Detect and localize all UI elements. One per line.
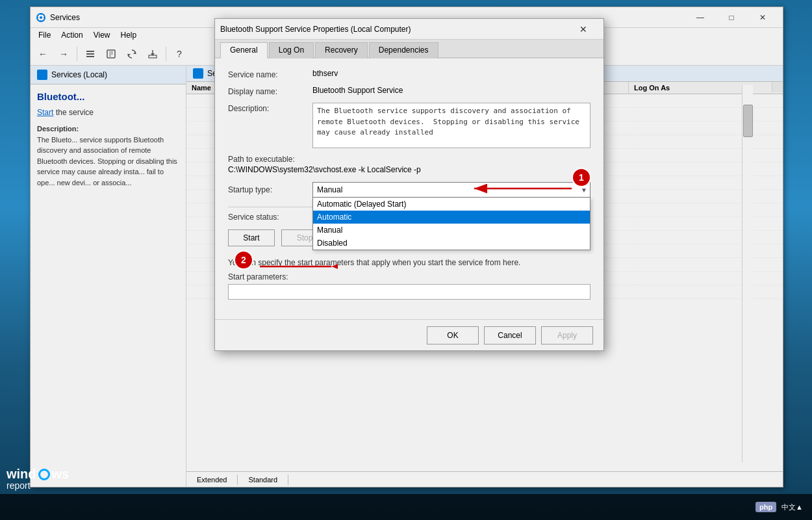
windows-report-subtitle: report [6,480,31,491]
left-panel: Services (Local) Bluetoot... Start the s… [31,66,186,487]
display-name-row: Display name: Bluetooth Support Service [228,86,590,96]
svg-point-1 [40,16,42,19]
start-service-link[interactable]: Start [37,108,53,117]
dialog-close-button[interactable]: ✕ [568,20,598,38]
option-automatic-delayed[interactable]: Automatic (Delayed Start) [313,198,590,211]
left-panel-header: Services (Local) [31,66,186,84]
windows-report-top: windws [6,467,69,482]
tab-recovery[interactable]: Recovery [315,42,368,58]
service-heading: Bluetoot... [37,91,179,102]
toolbar-help[interactable]: ? [170,45,189,63]
scrollbar-thumb[interactable] [743,105,753,137]
description-label: Description: [228,103,312,113]
ok-button[interactable]: OK [427,326,479,344]
toolbar-show-hide[interactable] [81,45,100,63]
startup-type-select[interactable]: Manual ▼ [312,182,590,198]
dialog-title-text: Bluetooth Support Service Properties (Lo… [220,25,568,34]
service-name-row: Service name: bthserv [228,69,590,79]
startup-type-select-wrap: Manual ▼ Automatic (Delayed Start) Autom… [312,182,590,198]
php-badge: php [755,502,776,512]
tab-general[interactable]: General [220,42,268,58]
search-icon [193,68,203,79]
tab-standard[interactable]: Standard [238,474,288,485]
service-status-label: Service status: [228,213,312,222]
toolbar-refresh[interactable] [122,45,142,63]
tab-dependencies[interactable]: Dependencies [369,42,438,58]
maximize-button[interactable]: □ [717,8,746,27]
left-panel-body: Bluetoot... Start the service Descriptio… [31,84,186,487]
bottom-tabs: Extended Standard [186,471,783,487]
startup-type-current: Manual [317,185,342,194]
startup-type-label: Startup type: [228,185,312,194]
properties-dialog: Bluetooth Support Service Properties (Lo… [214,18,604,351]
toolbar-export[interactable] [143,45,162,63]
svg-rect-7 [86,53,94,55]
option-automatic[interactable]: Automatic [313,211,590,224]
tab-logon[interactable]: Log On [269,42,314,58]
left-panel-title: Services (Local) [51,70,107,79]
display-name-value: Bluetooth Support Service [312,86,590,95]
service-name-value: bthserv [312,69,590,78]
description-textarea[interactable]: The Bluetooth service supports discovery… [312,103,590,148]
close-button[interactable]: ✕ [748,8,778,27]
ws-text: ws [52,467,70,482]
title-bar-controls: — □ ✕ [685,8,778,27]
toolbar-properties[interactable] [101,45,121,63]
service-name-label: Service name: [228,69,312,79]
svg-rect-8 [86,56,94,57]
dialog-footer: OK Cancel Apply [215,319,603,350]
cancel-button[interactable]: Cancel [484,326,536,344]
vertical-scrollbar[interactable] [742,85,753,462]
dropdown-arrow-icon: ▼ [581,187,587,194]
windows-o-icon [38,469,50,480]
path-value: C:\WINDOWS\system32\svchost.exe -k Local… [228,165,590,174]
taskbar: php 中文▲ [0,494,812,520]
tab-extended[interactable]: Extended [186,474,238,485]
toolbar-back[interactable]: ← [33,45,53,63]
left-description: Description: The Blueto... service suppo… [37,124,179,188]
left-panel-icon [37,70,47,80]
dialog-tabs: General Log On Recovery Dependencies [215,40,603,58]
startup-dropdown: Automatic (Delayed Start) Automatic Manu… [312,198,590,250]
services-app-icon [36,12,46,23]
start-button[interactable]: Start [228,229,275,246]
menu-help[interactable]: Help [116,29,142,41]
path-row: Path to executable: C:\WINDOWS\system32\… [228,155,590,174]
ime-lang-badge: 中文▲ [781,502,803,512]
menu-view[interactable]: View [88,29,116,41]
dialog-body: Service name: bthserv Display name: Blue… [215,58,603,319]
toolbar-separator-2 [166,47,166,61]
dialog-title-bar: Bluetooth Support Service Properties (Lo… [215,19,603,40]
menu-file[interactable]: File [33,29,56,41]
toolbar-forward[interactable]: → [54,45,73,63]
start-params-label: Start parameters: [228,272,590,281]
menu-action[interactable]: Action [56,29,88,41]
windows-report-logo: windws report [6,467,69,491]
start-params-text: You can specify the start parameters tha… [228,257,590,268]
option-manual[interactable]: Manual [313,224,590,237]
start-params-section: You can specify the start parameters tha… [228,257,590,300]
path-label: Path to executable: [228,155,590,164]
apply-button[interactable]: Apply [541,326,593,344]
scrollbar[interactable] [772,82,783,92]
start-params-input[interactable] [228,284,590,300]
minimize-button[interactable]: — [685,8,715,27]
option-disabled[interactable]: Disabled [313,237,590,250]
display-name-label: Display name: [228,86,312,96]
toolbar-separator-1 [77,47,77,61]
start-service-text: the service [56,108,94,117]
description-row: Description: The Bluetooth service suppo… [228,103,590,148]
svg-rect-6 [86,51,94,52]
startup-type-row: Startup type: Manual ▼ Automatic (Delaye… [228,182,590,198]
win-text: wind [6,467,36,482]
